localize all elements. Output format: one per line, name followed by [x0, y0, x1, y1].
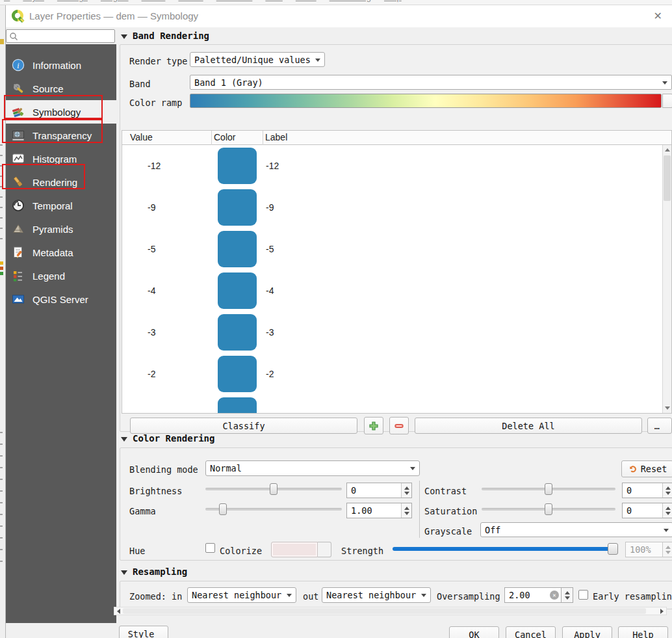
slider-handle[interactable]: [608, 543, 618, 555]
sidebar-item-transparency[interactable]: Transparency: [6, 124, 116, 147]
column-header-value[interactable]: Value: [130, 132, 153, 142]
color-ramp-preview[interactable]: [190, 94, 662, 108]
label-cell[interactable]: -2: [266, 369, 274, 379]
menu-item-web[interactable]: Web: [265, 0, 283, 2]
ok-button[interactable]: OK: [449, 626, 499, 638]
spinner-arrows[interactable]: [401, 483, 411, 498]
slider-handle[interactable]: [270, 483, 278, 495]
oversampling-spinner[interactable]: [562, 587, 573, 603]
color-swatch[interactable]: [218, 356, 257, 392]
value-cell[interactable]: -9: [148, 202, 155, 213]
contrast-slider[interactable]: [482, 483, 615, 496]
color-swatch[interactable]: [218, 148, 257, 184]
menu-item-help[interactable]: Help: [384, 0, 402, 2]
spinner-arrows[interactable]: [662, 503, 672, 518]
strength-spinbox[interactable]: 100%: [625, 542, 672, 557]
color-swatch[interactable]: [218, 231, 257, 267]
sidebar-item-symbology[interactable]: Symbology: [6, 100, 116, 124]
colorize-checkbox[interactable]: [205, 543, 215, 553]
sidebar-item-information[interactable]: iInformation: [6, 53, 116, 77]
help-button[interactable]: Help: [618, 626, 668, 638]
search-input[interactable]: [6, 29, 115, 43]
menu-item-settings[interactable]: Settings: [57, 0, 88, 2]
color-swatch[interactable]: [218, 314, 257, 351]
value-cell[interactable]: -4: [148, 286, 155, 296]
menu-item-vector[interactable]: Vector: [142, 0, 166, 2]
menu-item-database[interactable]: Database: [216, 0, 253, 2]
sidebar-item-legend[interactable]: Legend: [6, 264, 116, 287]
slider-handle[interactable]: [545, 483, 552, 495]
column-header-label[interactable]: Label: [265, 132, 287, 142]
spinner-arrows[interactable]: [401, 503, 411, 518]
grayscale-combobox[interactable]: Off: [480, 522, 672, 537]
gamma-spinbox[interactable]: 1.00: [346, 503, 412, 518]
clear-value-icon[interactable]: ✕: [550, 591, 559, 600]
more-options-button[interactable]: …: [647, 418, 672, 434]
label-cell[interactable]: -4: [266, 286, 274, 296]
spinner-arrows[interactable]: [662, 542, 672, 557]
saturation-spinbox[interactable]: 0: [622, 503, 672, 518]
sidebar-item-temporal[interactable]: Temporal: [6, 194, 116, 217]
oversampling-spinbox[interactable]: 2.00 ✕: [504, 587, 562, 603]
spinner-arrows[interactable]: [662, 483, 672, 498]
spinner-arrows[interactable]: [562, 588, 573, 602]
color-swatch[interactable]: [218, 397, 257, 413]
sidebar-item-pyramids[interactable]: Pyramids: [6, 217, 116, 241]
table-vertical-scrollbar[interactable]: [662, 145, 671, 413]
color-rendering-header[interactable]: Color Rendering: [121, 433, 214, 444]
color-swatch[interactable]: [218, 272, 257, 309]
scroll-up-icon[interactable]: [663, 145, 671, 155]
apply-button[interactable]: Apply: [562, 626, 612, 638]
menu-item-w[interactable]: w: [4, 0, 10, 2]
brightness-spinbox[interactable]: 0: [346, 483, 412, 498]
scroll-down-icon[interactable]: [663, 403, 671, 413]
gamma-slider[interactable]: [205, 503, 342, 516]
sidebar-item-metadata[interactable]: Metadata: [6, 241, 116, 264]
colorize-color-button[interactable]: [271, 542, 331, 557]
sidebar-item-histogram[interactable]: Histogram: [6, 147, 116, 170]
zoomed-in-combobox[interactable]: Nearest neighbour: [187, 587, 296, 603]
chevron-down-icon[interactable]: [318, 542, 331, 557]
style-button[interactable]: Style: [119, 626, 168, 638]
zoomed-out-combobox[interactable]: Nearest neighbour: [322, 587, 431, 603]
saturation-slider[interactable]: [482, 503, 615, 516]
slider-handle[interactable]: [219, 503, 227, 515]
resampling-header[interactable]: Resampling: [121, 566, 187, 577]
strength-slider[interactable]: [393, 542, 618, 555]
scrollbar-thumb[interactable]: [123, 608, 646, 614]
contrast-spinbox[interactable]: 0: [622, 483, 672, 498]
add-value-button[interactable]: [364, 417, 383, 434]
value-cell[interactable]: -5: [148, 244, 155, 254]
slider-handle[interactable]: [545, 503, 552, 515]
cancel-button[interactable]: Cancel: [506, 626, 556, 638]
label-cell[interactable]: -5: [266, 244, 274, 254]
menu-item-plugins[interactable]: Plugins: [101, 0, 129, 2]
color-ramp-dropdown-button[interactable]: [662, 94, 672, 108]
scrollbar-thumb[interactable]: [664, 155, 671, 201]
menu-item-raster[interactable]: Raster: [178, 0, 203, 2]
sidebar-item-qgis-server[interactable]: QGIS Server: [6, 287, 116, 311]
remove-value-button[interactable]: [389, 417, 409, 434]
brightness-slider[interactable]: [205, 483, 342, 496]
early-resampling-checkbox[interactable]: [578, 590, 588, 600]
close-icon[interactable]: ✕: [654, 10, 662, 22]
label-cell[interactable]: -9: [266, 202, 274, 213]
scroll-right-icon[interactable]: [658, 607, 666, 615]
menu-item-mesh[interactable]: Mesh: [296, 0, 317, 2]
value-cell[interactable]: -12: [148, 161, 161, 171]
value-cell[interactable]: -3: [148, 327, 155, 338]
color-swatch[interactable]: [218, 189, 257, 226]
sidebar-item-rendering[interactable]: Rendering: [6, 170, 116, 194]
scroll-left-icon[interactable]: [114, 607, 123, 615]
sidebar-item-source[interactable]: Source: [6, 77, 116, 100]
content-horizontal-scrollbar[interactable]: [114, 607, 667, 615]
label-cell[interactable]: -3: [266, 327, 274, 338]
menu-item-processing[interactable]: Processing: [330, 0, 371, 2]
label-cell[interactable]: -12: [266, 161, 279, 171]
render-type-combobox[interactable]: Paletted/Unique values: [190, 52, 325, 67]
band-combobox[interactable]: Band 1 (Gray): [190, 75, 672, 90]
menu-item-layer[interactable]: Layer: [23, 0, 44, 2]
delete-all-button[interactable]: Delete All: [415, 418, 642, 434]
blending-mode-combobox[interactable]: Normal: [205, 460, 420, 476]
classify-button[interactable]: Classify: [130, 418, 357, 434]
